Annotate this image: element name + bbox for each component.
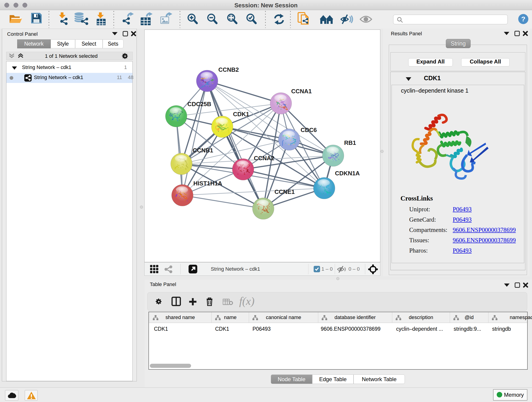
- svg-text:HIST1H1A: HIST1H1A: [193, 180, 222, 187]
- svg-text:CCNA2: CCNA2: [254, 155, 274, 162]
- svg-text:RB1: RB1: [344, 139, 356, 146]
- svg-text:CDKN1A: CDKN1A: [335, 170, 360, 177]
- svg-text:CCNB2: CCNB2: [218, 66, 239, 73]
- svg-text:CDC25B: CDC25B: [187, 101, 211, 108]
- svg-text:CDK1: CDK1: [233, 111, 249, 118]
- svg-text:CCNA1: CCNA1: [291, 88, 312, 95]
- svg-text:CDC6: CDC6: [301, 127, 317, 133]
- svg-text:CCNE1: CCNE1: [274, 188, 295, 195]
- svg-text:CCNB1: CCNB1: [193, 147, 213, 154]
